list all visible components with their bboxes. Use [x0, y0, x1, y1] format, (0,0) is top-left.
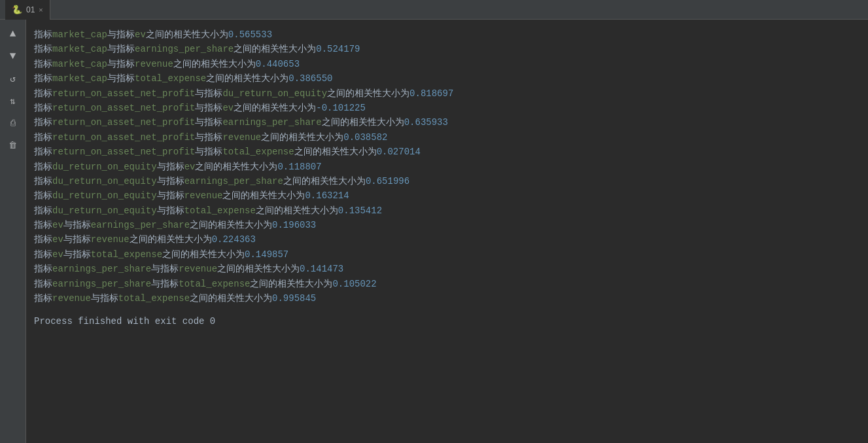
- python-icon: 🐍: [12, 5, 22, 14]
- rerun-icon[interactable]: ↺: [4, 69, 22, 88]
- list-item: 指标earnings_per_share与指标revenue之间的相关性大小为0…: [34, 262, 860, 276]
- list-item: 指标du_return_on_equity与指标ev之间的相关性大小为0.118…: [34, 160, 860, 174]
- list-item: 指标du_return_on_equity与指标earnings_per_sha…: [34, 174, 860, 188]
- tab-close-button[interactable]: ×: [39, 6, 43, 14]
- output-console: 指标market_cap与指标ev之间的相关性大小为0.565533指标mark…: [26, 20, 868, 443]
- process-finished-line: Process finished with exit code 0: [34, 316, 860, 327]
- filter-icon[interactable]: ⇅: [4, 92, 22, 110]
- print-icon[interactable]: ⎙: [4, 114, 22, 132]
- list-item: 指标return_on_asset_net_profit与指标ev之间的相关性大…: [34, 101, 860, 115]
- tab-01[interactable]: 🐍 01 ×: [5, 0, 50, 20]
- scroll-down-icon[interactable]: ▼: [4, 47, 22, 65]
- list-item: 指标return_on_asset_net_profit与指标earnings_…: [34, 115, 860, 130]
- list-item: 指标du_return_on_equity与指标revenue之间的相关性大小为…: [34, 188, 860, 203]
- list-item: 指标ev与指标total_expense之间的相关性大小为0.149857: [34, 247, 860, 262]
- list-item: 指标ev与指标revenue之间的相关性大小为0.224363: [34, 232, 860, 247]
- list-item: 指标market_cap与指标revenue之间的相关性大小为0.440653: [34, 57, 860, 71]
- list-item: 指标earnings_per_share与指标total_expense之间的相…: [34, 277, 860, 291]
- list-item: 指标du_return_on_equity与指标total_expense之间的…: [34, 204, 860, 218]
- sidebar: ▲ ▼ ↺ ⇅ ⎙ 🗑: [0, 20, 26, 443]
- list-item: 指标return_on_asset_net_profit与指标total_exp…: [34, 145, 860, 159]
- list-item: 指标market_cap与指标earnings_per_share之间的相关性大…: [34, 42, 860, 56]
- list-item: 指标return_on_asset_net_profit与指标du_return…: [34, 86, 860, 101]
- list-item: 指标market_cap与指标total_expense之间的相关性大小为0.3…: [34, 71, 860, 86]
- list-item: 指标return_on_asset_net_profit与指标revenue之间…: [34, 130, 860, 145]
- tab-bar: 🐍 01 ×: [0, 0, 868, 20]
- scroll-up-icon[interactable]: ▲: [4, 25, 22, 43]
- list-item: 指标revenue与指标total_expense之间的相关性大小为0.9958…: [34, 291, 860, 306]
- list-item: 指标ev与指标earnings_per_share之间的相关性大小为0.1960…: [34, 218, 860, 232]
- list-item: 指标market_cap与指标ev之间的相关性大小为0.565533: [34, 27, 860, 42]
- delete-icon[interactable]: 🗑: [4, 136, 22, 154]
- tab-label: 01: [26, 5, 35, 14]
- output-lines: 指标market_cap与指标ev之间的相关性大小为0.565533指标mark…: [34, 25, 860, 308]
